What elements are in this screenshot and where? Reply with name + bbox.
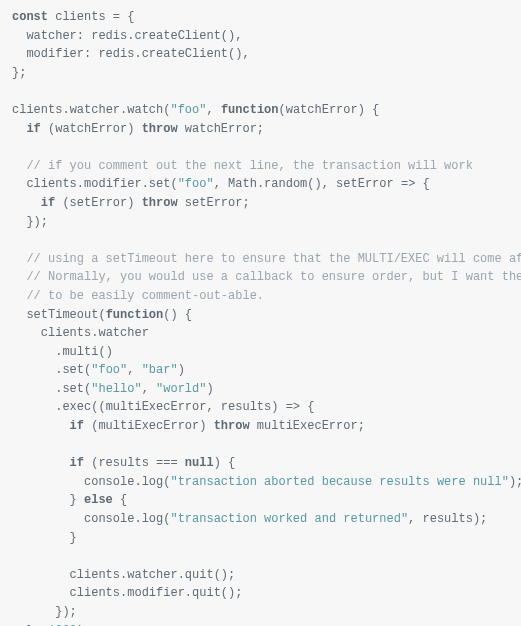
t: );	[509, 475, 521, 489]
t: watcher	[70, 103, 120, 117]
t: });	[55, 605, 77, 619]
t	[12, 568, 70, 582]
fn: log	[142, 512, 164, 526]
t	[12, 456, 70, 470]
kw-const: const	[12, 10, 48, 24]
t: .	[142, 177, 149, 191]
t	[12, 605, 55, 619]
t	[12, 382, 55, 396]
t	[12, 159, 26, 173]
t: (),	[221, 29, 243, 43]
t	[12, 493, 70, 507]
fn: set	[149, 177, 171, 191]
str: "transaction aborted because results wer…	[170, 475, 508, 489]
t: Math	[228, 177, 257, 191]
t	[12, 270, 26, 284]
t: .	[257, 177, 264, 191]
comment: // using a setTimeout here to ensure tha…	[26, 252, 521, 266]
comment: // if you comment out the next line, the…	[26, 159, 472, 173]
fn: createClient	[134, 29, 220, 43]
t	[12, 122, 26, 136]
t: watcher	[127, 568, 177, 582]
t: ,	[127, 363, 141, 377]
fn: quit	[185, 568, 214, 582]
t: clients	[70, 586, 120, 600]
t: ();	[214, 568, 236, 582]
t: = {	[106, 10, 135, 24]
t: ) {	[214, 456, 236, 470]
t: clients	[70, 568, 120, 582]
t: };	[12, 66, 26, 80]
t: });	[26, 215, 48, 229]
t	[12, 475, 84, 489]
t: ((multiExecError, results) => {	[91, 400, 314, 414]
kw-throw: throw	[214, 419, 250, 433]
t: )	[206, 382, 213, 396]
t: console	[84, 475, 134, 489]
kw-if: if	[70, 419, 84, 433]
t	[12, 177, 26, 191]
fn: log	[142, 475, 164, 489]
fn: set	[62, 363, 84, 377]
fn: multi	[62, 345, 98, 359]
str: "hello"	[91, 382, 141, 396]
t: .	[62, 103, 69, 117]
t	[12, 326, 41, 340]
str: "foo"	[178, 177, 214, 191]
t: .	[185, 586, 192, 600]
t: (multiExecError)	[84, 419, 214, 433]
str: "foo"	[170, 103, 206, 117]
t	[12, 196, 41, 210]
str: "world"	[156, 382, 206, 396]
kw-function: function	[106, 308, 164, 322]
t: (results ===	[84, 456, 185, 470]
kw-if: if	[26, 122, 40, 136]
fn: set	[62, 382, 84, 396]
t: (setError)	[55, 196, 141, 210]
t: (	[98, 308, 105, 322]
t: ();	[221, 586, 243, 600]
str: "bar"	[142, 363, 178, 377]
t: modifier	[84, 177, 142, 191]
t: (),	[228, 47, 250, 61]
t: ,	[214, 177, 228, 191]
t: ,	[206, 103, 220, 117]
t	[12, 289, 26, 303]
t: console	[84, 512, 134, 526]
str: "foo"	[91, 363, 127, 377]
t: .	[134, 47, 141, 61]
t: clients	[41, 326, 91, 340]
kw-if: if	[41, 196, 55, 210]
t: {	[113, 493, 127, 507]
t: ()	[98, 345, 112, 359]
t: modifier	[127, 586, 185, 600]
t: , results);	[408, 512, 487, 526]
id-clients: clients	[55, 10, 105, 24]
t	[12, 586, 70, 600]
t	[12, 215, 26, 229]
fn: random	[264, 177, 307, 191]
t: watcher: redis	[12, 29, 127, 43]
kw-else: else	[84, 493, 113, 507]
t: clients	[12, 103, 62, 117]
t: watcher	[98, 326, 148, 340]
t	[12, 308, 26, 322]
kw-throw: throw	[142, 122, 178, 136]
fn: quit	[192, 586, 221, 600]
t: clients	[26, 177, 76, 191]
t	[12, 252, 26, 266]
fn: createClient	[142, 47, 228, 61]
code-block: const clients = { watcher: redis.createC…	[12, 8, 509, 626]
t: }	[70, 531, 77, 545]
t: multiExecError;	[250, 419, 365, 433]
t: watchError;	[178, 122, 264, 136]
t: .	[134, 475, 141, 489]
t	[12, 512, 84, 526]
t: .	[178, 568, 185, 582]
comment: // to be easily comment-out-able.	[26, 289, 264, 303]
t: .	[134, 512, 141, 526]
t: () {	[163, 308, 192, 322]
t: (	[170, 177, 177, 191]
t	[12, 363, 55, 377]
comment: // Normally, you would use a callback to…	[26, 270, 521, 284]
